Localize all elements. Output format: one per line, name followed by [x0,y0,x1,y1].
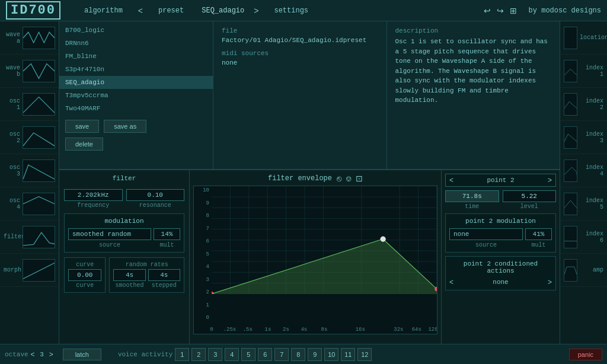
smoothed-rate-val[interactable]: 4s [113,269,145,281]
left-sidebar: wave a wave b osc 1 osc 2 osc 3 [0,21,59,344]
point-mod-source[interactable]: none [449,228,523,240]
point-prev-btn[interactable]: < [449,176,453,184]
octave-next-btn[interactable]: > [49,350,53,359]
rate-labels: smoothed stepped [113,282,180,289]
voice-btn-5[interactable]: 5 [241,348,255,361]
svg-line-0 [23,263,55,279]
octave-value: 3 [37,351,47,358]
preset-item-two40marf[interactable]: Two40MARF [59,102,213,115]
sidebar-item-wave-b[interactable]: wave b [0,55,59,88]
panic-btn[interactable]: panic [569,349,602,360]
right-sidebar-index5[interactable]: index 5 [560,187,607,221]
smoothed-label: smoothed [113,282,145,289]
voice-btn-7[interactable]: 7 [274,348,289,361]
preset-item-t3mpv5[interactable]: T3mpv5ccrma [59,89,213,102]
save-as-btn[interactable]: save as [104,120,146,133]
preset-next-btn[interactable]: > [250,6,262,15]
mod-mult-display[interactable]: 14% [154,228,180,240]
right-label-index5: index 5 [580,197,603,210]
sidebar-item-osc1[interactable]: osc 1 [0,88,59,121]
point-mod-title: point 2 modulation [449,218,552,225]
voice-btn-9[interactable]: 9 [308,348,322,361]
sidebar-item-osc4[interactable]: osc 4 [0,187,59,221]
frequency-display[interactable]: 2.202kHz [64,189,123,201]
undo-btn[interactable]: ↩ [484,6,491,15]
top-settings: ↩ ↪ ⊞ by modosc designs [484,6,601,15]
preset-item-drnnn6[interactable]: DRNnn6 [59,37,213,50]
point-mod-mult-label: mult [525,242,552,248]
voice-btn-1[interactable]: 1 [175,348,189,361]
right-sidebar-index3[interactable]: index 3 [560,121,607,154]
curve-value[interactable]: 0.00 [68,269,101,281]
point-time-display[interactable]: 71.8s [445,190,499,202]
file-value: Factory/01 Adagio/SEQ_adagio.idpreset [222,37,378,44]
right-panel: < point 2 > 71.8s time 5.22 level point … [441,170,560,344]
right-label-index6: index 6 [580,231,603,244]
sidebar-label-osc1: osc 1 [4,98,20,111]
delete-btn[interactable]: delete [65,138,103,151]
voice-btn-8[interactable]: 8 [291,348,305,361]
octave-prev-btn[interactable]: < [31,350,35,359]
point-mod-mult[interactable]: 41% [525,228,552,240]
preset-item-b700[interactable]: B700_logic [59,24,213,37]
sidebar-display-wave-a [23,27,55,49]
envelope-end-marker[interactable] [435,287,437,291]
stepped-rate-val[interactable]: 4s [148,269,180,281]
preset-item-s3p4r[interactable]: S3p4r4710n [59,63,213,76]
preset-item-seqadagio[interactable]: SEQ_adagio [59,76,213,89]
right-mini-index2 [564,93,577,116]
voice-btn-11[interactable]: 11 [341,348,355,361]
right-sidebar-index2[interactable]: index 2 [560,88,607,121]
desc-label: description [395,27,552,34]
sidebar-display-osc4 [23,193,55,215]
voice-btn-12[interactable]: 12 [357,348,372,361]
resonance-box: 0.10 resonance [126,189,185,209]
mod-source-display[interactable]: smoothed random [68,228,151,240]
cond-prev-btn[interactable]: < [449,278,453,286]
envelope-header: filter envelope ⎋ ⎊ ⊡ [193,174,437,183]
right-sidebar-location[interactable]: location [560,21,607,55]
share-btn[interactable]: ⊞ [510,6,517,15]
preset-item-fmbl1ne[interactable]: FM_bl1ne [59,50,213,63]
mod-source-label: source [68,242,151,248]
sidebar-item-osc2[interactable]: osc 2 [0,121,59,154]
voice-btn-3[interactable]: 3 [208,348,222,361]
voice-btn-2[interactable]: 2 [191,348,206,361]
envelope-chart[interactable]: 10 9 8 7 6 5 4 3 2 1 0 [193,186,437,334]
point-next-btn[interactable]: > [548,176,552,184]
right-mini-index6 [564,226,577,248]
sidebar-item-filter[interactable]: filter [0,221,59,254]
right-sidebar-index4[interactable]: index 4 [560,154,607,187]
sidebar-label-filter: filter [4,234,20,240]
env-import-btn[interactable]: ⎊ [346,174,351,183]
modulation-box: modulation smoothed random 14% source mu… [64,213,184,253]
preset-prev-btn[interactable]: < [135,6,146,15]
cond-next-btn[interactable]: > [548,278,552,286]
preset-desc-col: description Osc 1 is set to oscillator s… [387,21,560,169]
voice-btn-6[interactable]: 6 [258,348,272,361]
right-mini-index4 [564,159,577,182]
sidebar-item-wave-a[interactable]: wave a [0,21,59,55]
redo-btn[interactable]: ↪ [497,6,504,15]
right-sidebar-amp[interactable]: amp [560,254,607,287]
right-sidebar-index1[interactable]: index 1 [560,55,607,88]
voice-btn-10[interactable]: 10 [324,348,338,361]
preset-info-col: file Factory/01 Adagio/SEQ_adagio.idpres… [213,21,387,169]
file-label: file [222,27,378,34]
voice-btn-4[interactable]: 4 [225,348,239,361]
sidebar-item-osc3[interactable]: osc 3 [0,154,59,187]
random-rates-title: random rates [126,261,168,268]
point-level-display[interactable]: 5.22 [503,190,557,202]
save-btn[interactable]: save [65,120,99,133]
point-title: point 2 [487,177,514,184]
latch-btn[interactable]: latch [63,349,101,360]
envelope-point-marker[interactable] [381,237,385,241]
env-export-btn[interactable]: ⎋ [337,174,341,183]
env-settings-btn[interactable]: ⊡ [356,174,363,183]
resonance-display[interactable]: 0.10 [126,189,185,201]
sidebar-display-osc3 [23,159,55,182]
envelope-start-marker[interactable] [212,292,213,293]
right-sidebar-index6[interactable]: index 6 [560,221,607,254]
sidebar-item-morph[interactable]: morph [0,254,59,287]
chart-y-axis: 10 9 8 7 6 5 4 3 2 1 0 [194,186,212,322]
